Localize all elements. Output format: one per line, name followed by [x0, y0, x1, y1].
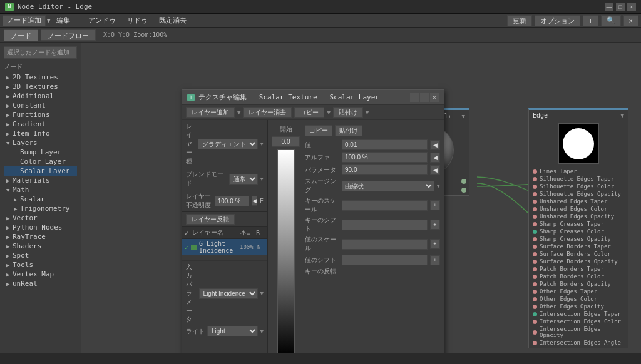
paste-button[interactable]: 貼付け: [333, 107, 363, 118]
socket-intersection-taper[interactable]: Intersection Edges Taper: [531, 310, 625, 318]
sidebar-item-color-layer[interactable]: Color Layer: [4, 157, 77, 166]
opacity-input[interactable]: [215, 196, 249, 206]
sidebar-item-python[interactable]: ▶ Python Nodes: [4, 223, 77, 232]
add-icon-button[interactable]: +: [583, 15, 598, 26]
key-scale-btn[interactable]: +: [430, 200, 440, 210]
dialog-close[interactable]: ×: [430, 93, 439, 102]
sidebar-item-bump-layer[interactable]: Bump Layer: [4, 148, 77, 157]
socket-sharp-taper[interactable]: Sharp Creases Taper: [531, 220, 625, 228]
sidebar-item-spot[interactable]: ▶ Spot: [4, 251, 77, 260]
copy-gradient-btn[interactable]: コピー: [305, 125, 332, 136]
light-select[interactable]: Light: [207, 326, 258, 336]
key-shift-btn[interactable]: +: [430, 220, 440, 230]
update-button[interactable]: 更新: [507, 15, 532, 26]
socket-silhouette-color[interactable]: Silhouette Edges Color: [531, 183, 625, 190]
edit-menu[interactable]: 編集: [51, 14, 75, 26]
sidebar-item-tools[interactable]: ▶ Tools: [4, 260, 77, 270]
node-add-button[interactable]: ノード追加: [3, 15, 46, 26]
dialog-maximize[interactable]: □: [420, 93, 429, 102]
invert-button[interactable]: レイヤー反転: [186, 214, 235, 225]
smoothing-select[interactable]: 曲線状: [342, 181, 434, 191]
alpha-out-socket[interactable]: [461, 188, 466, 193]
socket-patch-opacity[interactable]: Patch Borders Opacity: [531, 280, 625, 288]
sidebar-item-2d-textures[interactable]: ▶ 2D Textures: [4, 73, 77, 82]
value-arrow-btn[interactable]: ◀: [430, 140, 440, 150]
blend-mode-select[interactable]: 通常: [229, 174, 258, 185]
reset-menu[interactable]: 既定消去: [154, 14, 192, 26]
input-param-select[interactable]: Light Incidence: [199, 288, 258, 299]
socket-other-color[interactable]: Other Edges Color: [531, 295, 625, 303]
socket-patch-color[interactable]: Patch Borders Color: [531, 273, 625, 280]
sidebar-item-math[interactable]: ▼ Math: [4, 185, 77, 195]
sidebar-item-materials[interactable]: ▶ Materials: [4, 176, 77, 185]
socket-other-taper[interactable]: Other Edges Taper: [531, 288, 625, 295]
options-button[interactable]: オプション: [535, 15, 580, 26]
socket-silhouette-opacity[interactable]: Silhouette Edges Opacity: [531, 190, 625, 198]
sidebar-item-additional[interactable]: ▶ Additional: [4, 91, 77, 101]
canvas-area[interactable]: Scalar Layer（1） ▼ Scalar Alpha Edge ▼: [81, 43, 641, 353]
gradient-bar[interactable]: [277, 149, 295, 353]
key-shift-bar[interactable]: [342, 220, 428, 230]
layer-delete-button[interactable]: レイヤー消去: [243, 107, 292, 118]
dialog-minimize[interactable]: —: [410, 93, 419, 102]
tab-node[interactable]: ノード: [4, 29, 38, 41]
key-scale-bar[interactable]: [342, 200, 428, 211]
sidebar-item-scalar[interactable]: ▶ Scalar: [4, 195, 77, 204]
sidebar-item-vector[interactable]: ▶ Vector: [4, 213, 77, 223]
scalar-out-socket[interactable]: [461, 179, 466, 184]
sidebar-item-3d-textures[interactable]: ▶ 3D Textures: [4, 82, 77, 91]
socket-patch-taper[interactable]: Patch Borders Taper: [531, 265, 625, 273]
sidebar-item-gradient[interactable]: ▶ Gradient: [4, 119, 77, 129]
maximize-button[interactable]: □: [616, 3, 625, 11]
sidebar-item-iteminfo[interactable]: ▶ Item Info: [4, 129, 77, 138]
socket-silhouette-taper[interactable]: Silhouette Edges Taper: [531, 175, 625, 183]
close-button[interactable]: ×: [627, 3, 636, 11]
val-shift-btn[interactable]: +: [430, 255, 440, 265]
copy-button[interactable]: コピー: [294, 107, 324, 118]
opacity-left-btn[interactable]: ◀: [252, 196, 257, 206]
param-input[interactable]: [342, 164, 428, 175]
socket-intersection-angle[interactable]: Intersection Edges Angle: [531, 339, 625, 346]
socket-intersection-opacity[interactable]: Intersection Edges Opacity: [531, 325, 625, 339]
socket-sharp-color[interactable]: Sharp Creases Color: [531, 228, 625, 235]
tab-nodeflow[interactable]: ノードフロー: [41, 29, 96, 41]
socket-other-opacity[interactable]: Other Edges Opacity: [531, 303, 625, 310]
close-node-button[interactable]: ×: [623, 15, 638, 26]
socket-sharp-opacity[interactable]: Sharp Creases Opacity: [531, 235, 625, 243]
search-button[interactable]: 🔍: [601, 15, 621, 26]
edge-node[interactable]: Edge ▼ Lines Taper Silhouette Edges Tape…: [528, 108, 628, 348]
param-arrow-btn[interactable]: ◀: [430, 165, 440, 175]
socket-unshared-color[interactable]: Unshared Edges Color: [531, 205, 625, 213]
sidebar-item-layers[interactable]: ▼ Layers: [4, 138, 77, 148]
value-input[interactable]: [342, 139, 428, 150]
val-shift-bar[interactable]: [342, 255, 428, 265]
socket-intersection-color[interactable]: Intersection Edges Color: [531, 318, 625, 325]
socket-surface-color[interactable]: Surface Borders Color: [531, 250, 625, 258]
sidebar-item-unreal[interactable]: ▶ unReal: [4, 279, 77, 288]
sidebar-item-vertexmap[interactable]: ▶ Vertex Map: [4, 270, 77, 279]
socket-unshared-taper[interactable]: Unshared Edges Taper: [531, 198, 625, 205]
socket-surface-taper[interactable]: Surface Borders Taper: [531, 243, 625, 250]
sidebar-item-shaders[interactable]: ▶ Shaders: [4, 241, 77, 251]
add-selected-node[interactable]: 選択したノードを追加: [4, 46, 77, 59]
socket-lines-taper[interactable]: Lines Taper: [531, 168, 625, 175]
socket-surface-opacity[interactable]: Surface Borders Opacity: [531, 258, 625, 265]
undo-menu[interactable]: アンドゥ: [83, 14, 121, 26]
socket-unshared-opacity[interactable]: Unshared Edges Opacity: [531, 213, 625, 220]
val-scale-bar[interactable]: [342, 239, 428, 250]
alpha-input[interactable]: [342, 152, 428, 163]
minimize-button[interactable]: —: [605, 3, 613, 11]
paste-gradient-btn[interactable]: 貼付け: [335, 125, 362, 136]
sidebar-item-scalar-layer[interactable]: Scalar Layer: [4, 166, 77, 176]
start-input[interactable]: [272, 136, 300, 147]
sidebar-item-constant[interactable]: ▶ Constant: [4, 101, 77, 110]
val-scale-btn[interactable]: +: [430, 239, 440, 249]
layer-add-button[interactable]: レイヤー追加: [186, 107, 235, 118]
sidebar-item-raytrace[interactable]: ▶ RayTrace: [4, 232, 77, 241]
alpha-arrow-btn[interactable]: ◀: [430, 153, 440, 163]
layer-type-select[interactable]: グラディエント: [198, 139, 258, 149]
layer-item-0[interactable]: ✓ G Light Incidence 100% N: [182, 239, 267, 255]
sidebar-item-trig[interactable]: ▶ Trigonometry: [4, 204, 77, 213]
redo-menu[interactable]: リドゥ: [122, 14, 153, 26]
node-add-menu[interactable]: ノード追加 ▼: [3, 15, 50, 26]
